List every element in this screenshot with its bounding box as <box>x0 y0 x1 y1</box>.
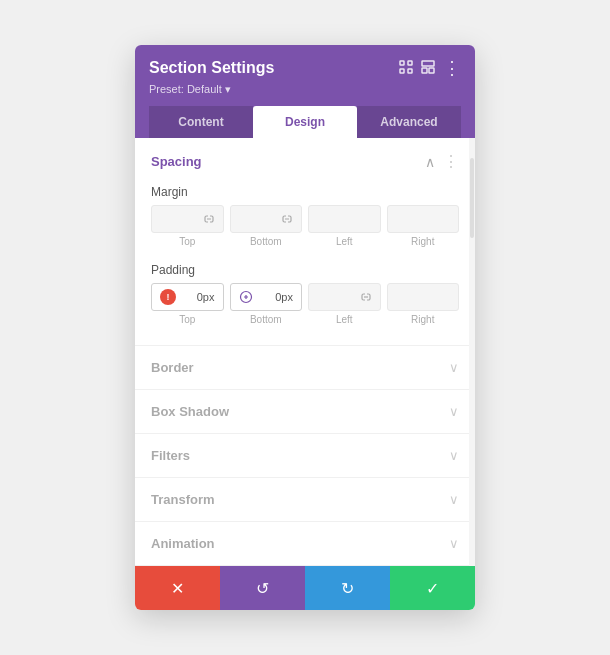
box-shadow-title: Box Shadow <box>151 404 229 419</box>
panel-header-icons: ⋮ <box>399 59 461 77</box>
filters-section: Filters ∨ <box>135 434 475 478</box>
spacing-collapse-icon[interactable]: ∧ <box>425 154 435 170</box>
transform-chevron-icon: ∨ <box>449 492 459 507</box>
scrollbar-thumb <box>470 158 474 238</box>
save-button[interactable]: ✓ <box>390 566 475 610</box>
svg-rect-6 <box>429 68 434 73</box>
tab-advanced[interactable]: Advanced <box>357 106 461 138</box>
section-settings-panel: Section Settings <box>135 45 475 610</box>
border-section: Border ∨ <box>135 346 475 390</box>
save-icon: ✓ <box>426 579 439 598</box>
filters-section-header[interactable]: Filters ∨ <box>135 434 475 477</box>
panel-title: Section Settings <box>149 59 274 77</box>
margin-bottom-link-icon <box>281 213 293 225</box>
border-section-header[interactable]: Border ∨ <box>135 346 475 389</box>
spacing-section: Spacing ∧ ⋮ Margin <box>135 138 475 346</box>
margin-right-input[interactable] <box>387 205 460 233</box>
margin-top-label: Top <box>179 236 195 247</box>
transform-section: Transform ∨ <box>135 478 475 522</box>
box-shadow-section-header[interactable]: Box Shadow ∨ <box>135 390 475 433</box>
padding-left-group: Left <box>308 283 381 325</box>
padding-bottom-label: Bottom <box>250 314 282 325</box>
margin-bottom-group: Bottom <box>230 205 303 247</box>
fullscreen-icon[interactable] <box>399 60 413 77</box>
layout-icon[interactable] <box>421 60 435 77</box>
margin-input-row: Top Bottom <box>151 205 459 247</box>
svg-rect-1 <box>408 61 412 65</box>
animation-chevron-icon: ∨ <box>449 536 459 551</box>
spacing-separator <box>151 251 459 263</box>
padding-label: Padding <box>151 263 459 277</box>
redo-button[interactable]: ↻ <box>305 566 390 610</box>
transform-title: Transform <box>151 492 215 507</box>
padding-bottom-group: 0px Bottom <box>230 283 303 325</box>
spacing-more-icon[interactable]: ⋮ <box>443 152 459 171</box>
panel-body-wrapper: Spacing ∧ ⋮ Margin <box>135 138 475 566</box>
spacing-title: Spacing <box>151 154 202 169</box>
padding-top-input[interactable]: ! 0px <box>151 283 224 311</box>
box-shadow-chevron-icon: ∨ <box>449 404 459 419</box>
padding-right-input[interactable] <box>387 283 460 311</box>
svg-rect-2 <box>400 69 404 73</box>
padding-right-label: Right <box>411 314 434 325</box>
margin-top-link-icon <box>203 213 215 225</box>
tab-design[interactable]: Design <box>253 106 357 138</box>
svg-rect-0 <box>400 61 404 65</box>
panel-preset[interactable]: Preset: Default ▾ <box>149 83 461 96</box>
spacing-section-header[interactable]: Spacing ∧ ⋮ <box>135 138 475 185</box>
padding-bottom-value: 0px <box>275 291 293 303</box>
animation-section: Animation ∨ <box>135 522 475 566</box>
filters-chevron-icon: ∨ <box>449 448 459 463</box>
margin-top-input[interactable] <box>151 205 224 233</box>
padding-left-label: Left <box>336 314 353 325</box>
undo-icon: ↺ <box>256 579 269 598</box>
redo-icon: ↻ <box>341 579 354 598</box>
cancel-icon: ✕ <box>171 579 184 598</box>
margin-bottom-label: Bottom <box>250 236 282 247</box>
padding-left-link-icon <box>360 291 372 303</box>
padding-top-group: ! 0px Top <box>151 283 224 325</box>
scrollbar-track[interactable] <box>469 138 475 566</box>
transform-section-header[interactable]: Transform ∨ <box>135 478 475 521</box>
spacing-header-icons: ∧ ⋮ <box>425 152 459 171</box>
margin-left-label: Left <box>336 236 353 247</box>
padding-right-group: Right <box>387 283 460 325</box>
panel-header-top: Section Settings <box>149 59 461 77</box>
padding-input-row: ! 0px Top 0px Bottom <box>151 283 459 325</box>
preset-arrow: ▾ <box>225 83 231 95</box>
margin-left-group: Left <box>308 205 381 247</box>
animation-title: Animation <box>151 536 215 551</box>
more-options-icon[interactable]: ⋮ <box>443 59 461 77</box>
svg-rect-5 <box>422 68 427 73</box>
box-shadow-section: Box Shadow ∨ <box>135 390 475 434</box>
margin-right-label: Right <box>411 236 434 247</box>
padding-top-label: Top <box>179 314 195 325</box>
svg-rect-3 <box>408 69 412 73</box>
svg-rect-4 <box>422 61 434 66</box>
panel-header: Section Settings <box>135 45 475 138</box>
border-chevron-icon: ∨ <box>449 360 459 375</box>
padding-error-badge: ! <box>160 289 176 305</box>
undo-button[interactable]: ↺ <box>220 566 305 610</box>
spacing-content: Margin Top <box>135 185 475 345</box>
padding-bottom-input[interactable]: 0px <box>230 283 303 311</box>
border-title: Border <box>151 360 194 375</box>
tab-content[interactable]: Content <box>149 106 253 138</box>
panel-footer: ✕ ↺ ↻ ✓ <box>135 566 475 610</box>
margin-top-group: Top <box>151 205 224 247</box>
margin-label: Margin <box>151 185 459 199</box>
margin-left-input[interactable] <box>308 205 381 233</box>
animation-section-header[interactable]: Animation ∨ <box>135 522 475 565</box>
filters-title: Filters <box>151 448 190 463</box>
cancel-button[interactable]: ✕ <box>135 566 220 610</box>
margin-bottom-input[interactable] <box>230 205 303 233</box>
tabs-container: Content Design Advanced <box>149 106 461 138</box>
panel-body: Spacing ∧ ⋮ Margin <box>135 138 475 566</box>
padding-link-icon <box>239 290 253 304</box>
padding-left-input[interactable] <box>308 283 381 311</box>
margin-right-group: Right <box>387 205 460 247</box>
padding-top-value: 0px <box>197 291 215 303</box>
